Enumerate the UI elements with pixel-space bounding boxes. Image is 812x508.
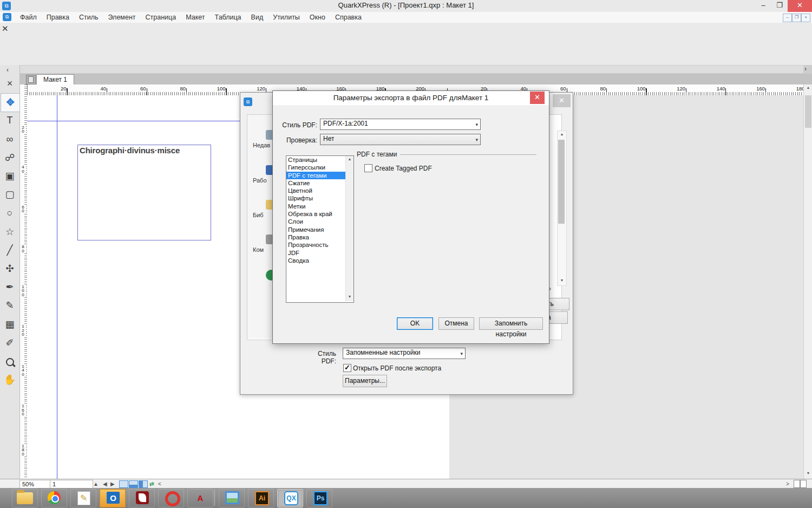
item-cross-tool[interactable]: × (1, 75, 19, 93)
reader-taskbar-button[interactable] (129, 489, 155, 507)
section-item-1[interactable]: Гиперссылки (286, 164, 345, 171)
page-number-field[interactable]: 1 (50, 480, 93, 489)
menu-item-7[interactable]: Вид (246, 12, 269, 23)
vertical-guide[interactable] (57, 95, 57, 479)
create-tagged-pdf-checkbox[interactable] (364, 164, 372, 172)
menu-item-8[interactable]: Утилиты (268, 12, 305, 23)
scroll-up-icon[interactable]: ▲ (804, 86, 812, 89)
pan-tool[interactable]: ✋ (1, 371, 19, 389)
top-scrollbar-track[interactable] (19, 66, 803, 73)
unlink-tool[interactable]: ☍ (1, 149, 19, 167)
collapse-tools-icon[interactable]: ‹ (6, 66, 9, 74)
child-close-button[interactable]: × (801, 14, 810, 22)
menu-item-5[interactable]: Макет (181, 12, 209, 23)
section-item-0[interactable]: Страницы (286, 156, 345, 164)
zoom-tool[interactable] (1, 353, 19, 370)
pdf-style-select[interactable]: PDF/X-1a:2001 ▾ (320, 119, 481, 130)
cancel-button[interactable]: Отмена (438, 317, 474, 330)
menu-item-9[interactable]: Окно (305, 12, 330, 23)
freehand-line-tool[interactable]: ✎ (1, 297, 19, 315)
close-button[interactable]: ✕ (788, 0, 812, 12)
text-content-tool[interactable]: T (1, 112, 19, 129)
child-restore-button[interactable]: ❐ (792, 14, 801, 22)
section-item-2[interactable]: PDF с тегами (286, 172, 345, 179)
table-tool[interactable]: ▦ (1, 316, 19, 334)
bezier-pen-tool[interactable]: ✒ (1, 278, 19, 296)
vertical-scrollbar[interactable]: ▲ ▼ (803, 84, 812, 479)
view-mode-3-icon[interactable] (139, 480, 148, 488)
menu-item-2[interactable]: Стиль (74, 12, 103, 23)
menu-item-0[interactable]: Файл (15, 12, 42, 23)
verification-select[interactable]: Нет ▾ (320, 134, 481, 145)
pdf-style-select[interactable]: Запомненные настройки ▾ (343, 348, 466, 359)
outlook-taskbar-button[interactable]: O (100, 489, 126, 507)
section-list-scrollbar[interactable]: ▲ ▼ (345, 156, 353, 301)
section-item-8[interactable]: Слои (286, 218, 345, 225)
section-item-7[interactable]: Обрезка в край (286, 210, 345, 218)
dialog-close-icon[interactable]: ✕ (530, 92, 545, 104)
line-tool[interactable]: ╱ (1, 242, 19, 259)
tab-layout-1[interactable]: Макет 1 (36, 74, 74, 84)
quark-menu-icon[interactable]: ⧉ (3, 13, 11, 21)
oval-box-tool[interactable]: ○ (1, 204, 19, 222)
view-mode-1-icon[interactable] (119, 480, 128, 488)
scroll-down-icon[interactable]: ▼ (804, 471, 812, 475)
picture-box-tool[interactable]: ▣ (1, 167, 19, 185)
starburst-tool[interactable]: ☆ (1, 223, 19, 241)
menu-item-10[interactable]: Справка (330, 12, 366, 23)
link-tool[interactable]: ∞ (1, 131, 19, 148)
capture-settings-button[interactable]: Запомнить настройки (479, 317, 543, 330)
palette-cross-icon[interactable]: ✕ (2, 24, 9, 34)
ok-button[interactable]: OK (397, 317, 433, 330)
menu-item-3[interactable]: Элемент (103, 12, 141, 23)
scroll-up-icon[interactable]: ▲ (558, 132, 566, 136)
section-item-6[interactable]: Метки (286, 203, 345, 210)
collapse-left-icon[interactable]: < (158, 480, 161, 488)
menu-item-6[interactable]: Таблица (210, 12, 246, 23)
multi-point-tool[interactable]: ✣ (1, 260, 19, 278)
save-dialog-close-icon[interactable]: ✕ (553, 94, 571, 107)
scroll-right-icon[interactable]: › (804, 65, 807, 73)
section-item-11[interactable]: Прозрачность (286, 241, 345, 249)
section-item-3[interactable]: Сжатие (286, 179, 345, 187)
page-layout-box-2[interactable] (800, 480, 807, 488)
prev-page-icon[interactable]: ◀ (103, 480, 107, 488)
open-after-export-checkbox[interactable] (343, 364, 351, 372)
photo-viewer-taskbar-button[interactable] (219, 489, 245, 507)
restore-button[interactable]: ❐ (771, 0, 788, 12)
minimize-button[interactable]: – (755, 0, 771, 12)
quarkxpress-taskbar-button[interactable]: QX (277, 489, 303, 507)
file-explorer-taskbar-button[interactable] (12, 489, 38, 507)
page-layout-box-1[interactable] (794, 480, 800, 488)
file-list-scrollbar-thumb[interactable] (558, 140, 565, 224)
scroll-up-icon[interactable]: ▲ (346, 157, 353, 161)
illustrator-taskbar-button[interactable]: Ai (248, 489, 274, 507)
opera-taskbar-button[interactable] (158, 489, 184, 507)
section-item-5[interactable]: Шрифты (286, 194, 345, 202)
section-item-9[interactable]: Примечания (286, 226, 345, 233)
page-up-icon[interactable]: ▲ (93, 480, 99, 488)
menu-item-4[interactable]: Страница (141, 12, 181, 23)
text-frame[interactable]: Chirographi·divinus·misce (77, 145, 211, 240)
next-page-icon[interactable]: ▶ (110, 480, 115, 488)
scroll-down-icon[interactable]: ▼ (558, 278, 566, 282)
section-item-12[interactable]: JDF (286, 249, 345, 257)
acrobat-reader-taskbar-button[interactable]: A (187, 489, 213, 507)
view-mode-2-icon[interactable] (129, 480, 138, 488)
file-list-scrollbar[interactable]: ▲ ▼ (557, 131, 567, 286)
vertical-scrollbar-thumb[interactable] (805, 95, 811, 128)
photoshop-taskbar-button[interactable]: Ps (306, 489, 332, 507)
chrome-taskbar-button[interactable] (41, 489, 67, 507)
parameters-button[interactable]: Параметры... (343, 375, 387, 387)
child-minimize-button[interactable]: – (783, 14, 792, 22)
section-item-13[interactable]: Сводка (286, 257, 345, 264)
menu-item-1[interactable]: Правка (42, 12, 74, 23)
scroll-down-icon[interactable]: ▼ (346, 295, 353, 298)
text-editor-taskbar-button[interactable] (70, 489, 96, 507)
export-arrows-icon[interactable]: ⇄ (149, 480, 154, 488)
options-section-list[interactable]: ▲ ▼ СтраницыГиперссылкиPDF с тегамиСжати… (286, 155, 354, 303)
section-item-10[interactable]: Правка (286, 233, 345, 241)
section-item-4[interactable]: Цветной (286, 187, 345, 194)
eyedropper-tool[interactable]: ✐ (1, 334, 19, 352)
scroll-right-icon[interactable]: > (786, 480, 789, 488)
